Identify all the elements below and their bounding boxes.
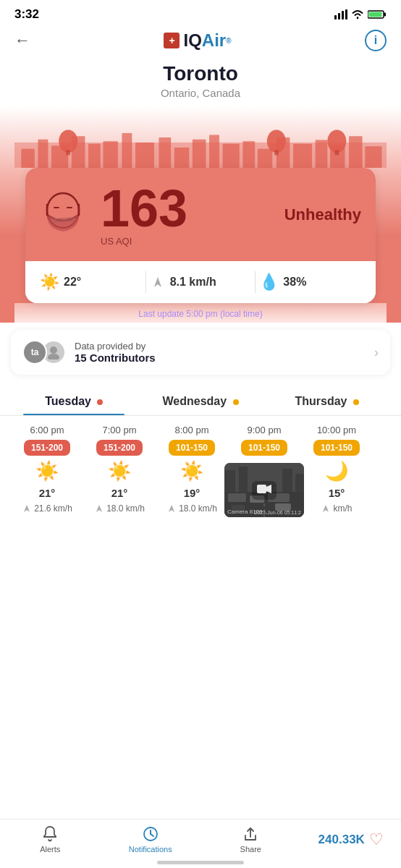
svg-rect-21 [223,144,240,168]
hour-5-badge: 101-150 [313,440,360,456]
aqi-status: Unhealthy [284,205,361,224]
hour-5: 10:00 pm 101-150 🌙 15° km/h [300,425,373,517]
contributor-text: Data provided by 15 Contributors [75,341,374,364]
hour-5-icon: 🌙 [325,460,348,482]
wind-arrow-icon [22,503,32,514]
notifications-label: Notifications [129,845,172,854]
alerts-label: Alerts [40,845,60,854]
hour-4-badge: 101-150 [241,440,287,456]
svg-rect-26 [316,140,328,169]
svg-point-4 [357,17,359,20]
hour-5-temp: 15° [329,487,345,499]
svg-rect-22 [242,141,255,168]
nav-notifications[interactable]: Notifications [101,825,201,854]
hour-2-badge: 151-200 [96,440,143,456]
svg-point-34 [327,130,346,153]
svg-rect-15 [122,133,132,168]
tab-wednesday[interactable]: Wednesday [138,389,264,415]
svg-point-44 [50,346,57,354]
hour-3-wind: 18.0 km/h [166,503,217,514]
header: ← + IQAir® i [0,25,401,59]
camera-overlay[interactable]: Camera 8109 2023-Jun-06 05:11:2 [224,463,304,517]
hour-5-time: 10:00 pm [317,425,356,435]
mask-icon [40,192,86,238]
wind-icon [150,274,166,290]
chevron-right-icon: › [374,345,379,360]
status-bar: 3:32 [0,0,401,25]
video-icon [257,483,271,495]
app-logo: + IQAir® [164,30,231,51]
hour-1-time: 6:00 pm [30,425,64,435]
svg-marker-46 [24,505,30,512]
svg-rect-0 [334,15,337,20]
svg-rect-31 [66,150,70,156]
contrib-provided: Data provided by [75,341,374,352]
like-section[interactable]: 240.33K ♡ [301,830,402,849]
svg-rect-58 [239,467,248,492]
svg-rect-25 [293,144,312,168]
clock-icon [142,825,159,843]
aqi-unit: US AQI [101,236,270,247]
svg-rect-9 [21,149,35,168]
hour-4: 9:00 pm 101-150 [228,425,300,517]
temperature-item: ☀️ 22° [40,273,142,292]
like-count: 240.33K [318,833,365,847]
aqi-top: 163 US AQI Unhealthy [25,168,376,261]
share-icon [242,825,259,843]
tab-thursday[interactable]: Thursday [263,389,390,415]
wind-value: 8.1 km/h [170,276,216,289]
hour-1-badge: 151-200 [24,440,70,456]
update-text: Last update 5:00 pm (local time) [14,303,387,323]
svg-rect-19 [193,140,206,168]
signal-icon [334,9,347,20]
bell-icon [41,825,59,843]
contributors-card[interactable]: ta Data provided by 15 Contributors › [11,330,390,375]
svg-rect-35 [335,150,339,156]
svg-rect-28 [349,136,363,168]
info-button[interactable]: i [365,30,387,51]
svg-line-66 [151,834,153,836]
hour-3-badge: 101-150 [169,440,215,456]
hour-3-time: 8:00 pm [175,425,209,435]
svg-rect-1 [338,13,340,20]
temperature-value: 22° [64,276,81,289]
back-button[interactable]: ← [14,31,30,50]
svg-rect-13 [88,144,101,168]
svg-point-32 [267,130,286,153]
wifi-icon [351,9,364,20]
logo-cross: + [164,33,180,48]
wind-arrow-icon [94,503,104,514]
city-region: Ontario, Canada [0,87,401,99]
battery-icon [368,9,387,20]
svg-rect-3 [345,9,347,20]
hour-1-wind: 21.6 km/h [22,503,72,514]
hour-3-temp: 19° [184,487,200,499]
tuesday-dot [97,399,103,405]
status-time: 3:32 [14,7,39,22]
contributor-avatars: ta [22,340,66,365]
aqi-number-section: 163 US AQI [101,182,270,247]
wind-arrow-icon [321,503,331,514]
humidity-icon: 💧 [259,273,279,292]
hour-1-temp: 21° [39,487,56,499]
wind-item: 8.1 km/h [150,274,252,290]
hour-5-wind: km/h [321,503,352,514]
nav-share[interactable]: Share [200,825,301,854]
wind-arrow-icon [166,503,177,514]
avatar-1: ta [22,340,47,365]
camera-play-icon [252,481,277,500]
camera-date: 2023-Jun-06 05:11:2 [254,510,301,515]
svg-rect-18 [174,148,189,168]
humidity-value: 38% [283,276,306,289]
hour-2-icon: ☀️ [108,460,131,482]
nav-alerts[interactable]: Alerts [0,825,101,854]
city-section: Toronto Ontario, Canada [0,59,401,99]
divider [145,271,146,293]
svg-rect-2 [342,11,344,20]
svg-point-30 [59,130,77,153]
hour-2-time: 7:00 pm [103,425,137,435]
svg-rect-17 [159,137,171,168]
hour-1: 6:00 pm 151-200 ☀️ 21° 21.6 km/h [11,425,83,517]
tab-tuesday[interactable]: Tuesday [11,389,138,415]
svg-rect-52 [228,493,246,502]
